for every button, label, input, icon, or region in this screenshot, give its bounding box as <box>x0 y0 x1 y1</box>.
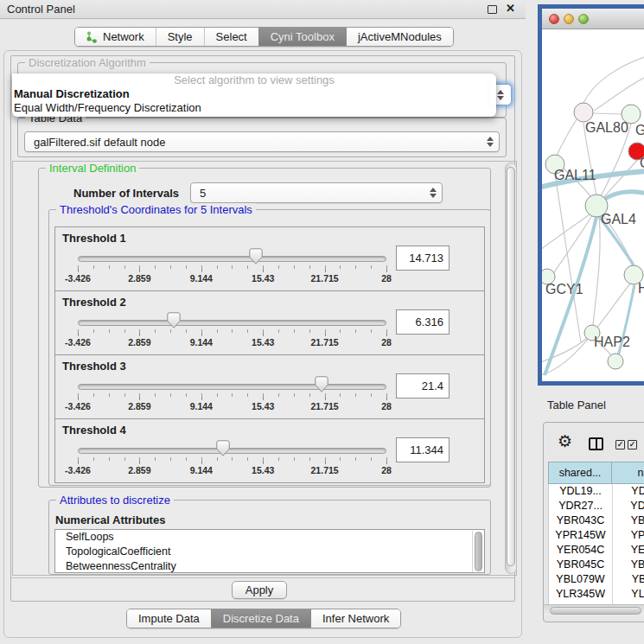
tab-cyni-toolbox-label: Cyni Toolbox <box>271 30 335 43</box>
slider-tick-label: 28 <box>381 337 392 348</box>
threshold-label: Threshold 2 <box>62 296 126 309</box>
bottom-tab-bar: Impute DataDiscretize DataInfer Network <box>126 609 401 628</box>
tab-jactivemnodules-label: jActiveMNodules <box>358 30 442 43</box>
threshold-slider-track[interactable] <box>78 384 386 390</box>
slider-tick-label: -3.426 <box>65 273 91 284</box>
table-data-combobox[interactable]: galFiltered.sif default node <box>24 131 500 152</box>
slider-tick-label: 2.859 <box>128 465 150 475</box>
slider-tick-label: 15.43 <box>252 273 274 284</box>
bottom-tab-discretize-data[interactable]: Discretize Data <box>211 609 310 628</box>
split-columns-icon[interactable] <box>589 437 603 450</box>
table-row[interactable]: YPR145WYPR1 <box>549 528 644 543</box>
control-panel-title: Control Panel <box>7 3 75 16</box>
checkbox-checked-icon[interactable]: ✓ <box>615 440 625 450</box>
attributes-scrollbar[interactable] <box>472 531 483 572</box>
table-cell[interactable]: YLR345W <box>549 587 613 602</box>
bottom-tab-infer-network[interactable]: Infer Network <box>310 609 400 628</box>
table-row[interactable]: YER054CYER0 <box>549 543 644 558</box>
threshold-row-2: Threshold 2 6.316 -3.4262.8599.14415.432… <box>55 291 484 355</box>
network-window-titlebar[interactable] <box>542 9 644 29</box>
attribute-item-selfloops[interactable]: SelfLoops <box>55 530 484 545</box>
table-cell[interactable]: YBR045C <box>549 558 613 572</box>
float-window-icon[interactable] <box>488 5 497 14</box>
tab-network[interactable]: Network <box>75 28 156 46</box>
table-panel-title: Table Panel <box>547 399 606 411</box>
table-row[interactable]: YLR345WYLR3 <box>549 587 644 602</box>
threshold-value-field[interactable]: 21.4 <box>396 373 450 399</box>
threshold-row-1: Threshold 1 14.713 -3.4262.8599.14415.43… <box>55 227 484 291</box>
table-cell[interactable]: YBL079W <box>549 572 613 587</box>
tab-select[interactable]: Select <box>204 28 258 46</box>
threshold-slider-track[interactable] <box>78 448 386 454</box>
discretization-algorithm-group-title: Discretization Algorithm <box>25 56 150 69</box>
tab-cyni-toolbox[interactable]: Cyni Toolbox <box>258 28 346 46</box>
tab-jactivemnodules[interactable]: jActiveMNodules <box>346 28 453 46</box>
attribute-item-betweennesscentrality[interactable]: BetweennessCentrality <box>55 559 484 573</box>
algorithm-option-equal-width-frequency-discretization[interactable]: Equal Width/Frequency Discretization <box>12 101 496 115</box>
table-cell[interactable]: YBL0 <box>613 572 644 587</box>
node-bottom[interactable] <box>608 354 623 369</box>
threshold-slider-track[interactable] <box>78 256 386 262</box>
threshold-value-field[interactable]: 14.713 <box>396 245 450 271</box>
close-traffic-light-icon[interactable] <box>549 14 559 24</box>
threshold-slider-thumb[interactable] <box>216 440 230 456</box>
table-cell[interactable]: YBR0 <box>613 513 644 528</box>
apply-button[interactable]: Apply <box>232 581 287 599</box>
algorithm-placeholder-option[interactable]: Select algorithm to view settings <box>12 73 496 87</box>
slider-tick-label: 2.859 <box>128 337 150 348</box>
table-row[interactable]: YBL079WYBL0 <box>549 572 644 587</box>
table-cell[interactable]: YER054C <box>549 543 613 558</box>
checkbox-checked-icon[interactable]: ✓ <box>628 440 637 450</box>
node-label-gcy1: GCY1 <box>545 282 583 296</box>
table-row[interactable]: YDL19...YDL1 <box>549 484 644 499</box>
number-of-intervals-value: 5 <box>200 187 206 200</box>
algorithm-option-manual-discretization[interactable]: Manual Discretization <box>12 87 496 101</box>
table-cell[interactable]: YBR0 <box>613 558 644 572</box>
column-header-shared-name[interactable]: shared... <box>548 462 612 484</box>
table-row[interactable]: YBR045CYBR0 <box>549 558 644 572</box>
gear-icon[interactable]: ⚙ <box>558 433 572 450</box>
slider-tick-label: 21.715 <box>311 273 339 284</box>
slider-tick-label: 28 <box>381 465 392 475</box>
threshold-value-field[interactable]: 6.316 <box>396 309 450 335</box>
threshold-slider-thumb[interactable] <box>315 376 328 392</box>
top-tab-bar: NetworkStyleSelectCyni ToolboxjActiveMNo… <box>74 27 454 47</box>
network-canvas[interactable]: GAL80 G C GAL11 GAL4 GCY1 H HAP2 <box>542 29 644 381</box>
table-cell[interactable]: YLR3 <box>613 587 644 602</box>
settings-scrollbar-thumb[interactable] <box>507 167 515 566</box>
table-row[interactable]: YBR043CYBR0 <box>549 513 644 528</box>
threshold-slider-thumb[interactable] <box>249 248 263 265</box>
close-icon[interactable]: ✕ <box>506 2 515 15</box>
column-header-name[interactable]: na <box>612 462 644 484</box>
table-cell[interactable]: YDL19... <box>549 484 613 499</box>
table-cell[interactable]: YDR2 <box>613 499 644 513</box>
table-cell[interactable]: YBR043C <box>549 513 613 528</box>
table-cell[interactable]: YPR145W <box>549 528 613 543</box>
threshold-slider-thumb[interactable] <box>167 312 181 328</box>
slider-tick-label: 2.859 <box>128 401 150 411</box>
node-label-gal80: GAL80 <box>585 120 628 135</box>
algorithm-dropdown-popup: Select algorithm to view settings Manual… <box>12 73 496 117</box>
table-row[interactable]: YDR27...YDR2 <box>549 499 644 513</box>
attributes-group-title: Attributes to discretize <box>56 494 174 507</box>
minimize-traffic-light-icon[interactable] <box>564 14 574 24</box>
table-cell[interactable]: YPR1 <box>613 528 644 543</box>
table-cell[interactable]: YDL1 <box>613 484 644 499</box>
number-of-intervals-label: Number of Intervals <box>73 187 179 200</box>
table-cell[interactable]: YER0 <box>613 543 644 558</box>
threshold-label: Threshold 1 <box>62 232 126 245</box>
node-gal80[interactable] <box>574 103 593 122</box>
threshold-row-4: Threshold 4 11.344 -3.4262.8599.14415.43… <box>55 419 484 483</box>
table-horizontal-scrollbar[interactable] <box>544 604 644 615</box>
threshold-slider-track[interactable] <box>78 320 386 326</box>
settings-scrollbar[interactable] <box>505 163 517 574</box>
threshold-value-field[interactable]: 11.344 <box>396 437 450 462</box>
number-of-intervals-combobox[interactable]: 5 <box>190 182 443 203</box>
slider-minor-ticks <box>78 265 388 269</box>
tab-style[interactable]: Style <box>156 28 204 46</box>
attribute-item-topologicalcoefficient[interactable]: TopologicalCoefficient <box>55 545 484 559</box>
bottom-tab-impute-data[interactable]: Impute Data <box>127 609 211 628</box>
tab-select-label: Select <box>216 30 247 43</box>
zoom-traffic-light-icon[interactable] <box>578 14 589 24</box>
table-cell[interactable]: YDR27... <box>549 499 613 513</box>
